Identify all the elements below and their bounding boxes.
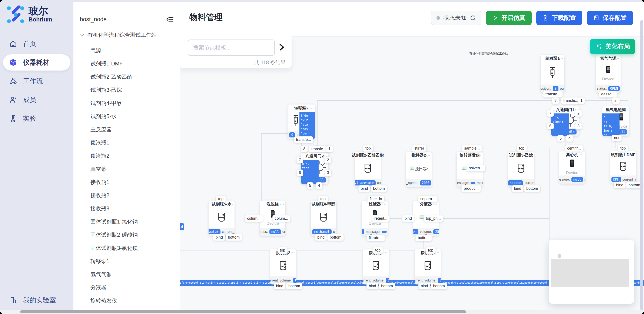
port-label[interactable]: gasso... [599,91,617,98]
tree-item[interactable]: 试剂瓶2-乙酸乙酯 [90,70,178,83]
tree-item[interactable]: 试剂瓶3-己烷 [90,83,178,96]
tree-item[interactable]: 接收瓶1 [90,175,178,189]
node-menu-icon[interactable] [624,109,628,110]
sidebar-item-members[interactable]: 成员 [3,92,70,108]
node-menu-icon[interactable] [280,204,284,205]
port-label[interactable]: bottom [379,283,395,289]
canvas-node-receiver-bottle-2[interactable]: 接收瓶2current_volume:0 [270,249,296,285]
node-menu-icon[interactable] [615,58,619,59]
tree-item[interactable]: 旋转蒸发仪 [90,294,178,307]
node-menu-icon[interactable] [323,156,327,157]
port-label[interactable]: top [373,247,383,254]
canvas-node-stirrer-2[interactable]: 搅拌器2搅拌器2_speed:2000 [406,152,432,187]
port-label[interactable]: 8 [552,97,559,104]
port-label[interactable]: 4 [566,135,573,142]
tree-item[interactable]: 试剂瓶4-甲醇 [90,96,178,110]
horizontal-scrollbar-thumb[interactable] [20,311,466,313]
prop-value-pill[interactable]: 0 [553,86,558,91]
node-menu-icon[interactable] [426,155,430,156]
port-label[interactable]: colum... [245,215,263,222]
port-label[interactable]: 2 [575,110,582,117]
port-label[interactable]: top [318,196,328,202]
tree-item[interactable]: 废液瓶1 [90,136,178,149]
download-config-button[interactable]: 下载配置 [536,11,582,25]
tree-item[interactable]: 真空泵 [90,162,178,175]
canvas-node-receiver-bottle-1[interactable]: 接收瓶1current_volume:0 [363,249,389,285]
port-label[interactable]: centrif... [565,145,583,152]
node-menu-icon[interactable] [477,155,481,156]
port-label[interactable]: transfe... [543,91,563,98]
prop-value-pill[interactable]: wn [362,229,364,234]
prop-value-pill[interactable]: 2000 [420,180,432,185]
sidebar-item-workflow[interactable]: 工作流 [3,73,70,89]
port-label[interactable]: top [216,196,226,202]
canvas-node-reagent-bottle-2-ethyl-acetate[interactable]: 试剂瓶2-乙酸乙酯hyl_acetatecurre [355,152,381,187]
port-label[interactable]: 6 [547,123,554,129]
node-menu-icon[interactable] [382,204,386,205]
tree-item[interactable]: 分液器 [90,281,178,294]
port-label[interactable]: 4 [316,182,322,189]
port-label[interactable]: botto... [416,235,432,241]
node-menu-icon[interactable] [291,252,294,253]
port-label[interactable]: transfe... [561,97,580,104]
port-label[interactable]: 8 [301,146,308,152]
sidebar-item-instruments[interactable]: 仪器耗材 [3,54,70,71]
port-label[interactable]: stirrer [412,145,426,152]
prop-value-pill[interactable]: water [208,229,220,234]
refresh-icon[interactable] [470,15,476,21]
node-menu-icon[interactable] [580,155,584,155]
prop-value-pill[interactable]: OPEN [608,86,620,91]
port-label[interactable]: solven... [466,165,486,171]
port-label[interactable]: 3 [324,169,331,176]
beautify-layout-button[interactable]: 美化布局 [590,39,635,54]
port-label[interactable]: filtrate... [366,235,385,241]
start-simulation-button[interactable]: 开启仿真 [486,11,532,25]
tree-item[interactable]: 接收瓶3 [90,202,178,215]
port-label[interactable]: top_ph... [424,215,443,222]
node-menu-icon[interactable] [310,108,314,109]
canvas-node-reagent-bottle-1-dmf[interactable]: 试剂瓶1-DMFe:DMFcurrent_vol [610,151,636,183]
tree-item[interactable]: 固体试剂瓶1-氯化钠 [90,215,178,228]
prop-value-dash[interactable] [470,182,475,184]
tree-item[interactable]: 主反应器 [90,123,178,136]
canvas-node-transfer-pump-2[interactable]: 转移泵20pump_info:{'de 'vir 'sta 'pos 'cur … [288,105,315,139]
search-input[interactable] [188,39,275,56]
port-label[interactable]: sample... [462,145,482,152]
canvas-node-centrifuge[interactable]: 离心机Devicemessage:nullma [559,151,585,183]
port-label[interactable]: bind [418,283,430,289]
port-label[interactable]: retent... [372,215,390,222]
tree-item[interactable]: 试剂瓶5-水 [90,110,178,123]
port-label[interactable]: top [363,145,373,152]
port-label[interactable]: bind [274,283,286,289]
node-menu-icon[interactable] [229,204,233,205]
port-label[interactable]: top [426,247,436,254]
node-menu-icon[interactable] [433,204,437,205]
port-label[interactable]: transfe... [309,146,328,152]
port-label[interactable]: 7 [296,157,303,163]
canvas-node-reagent-bottle-4-methanol[interactable]: 试剂瓶4-甲醇methanolc [311,200,336,236]
port-label[interactable]: 2 [324,157,331,163]
sidebar-item-my-lab[interactable]: 我的实验室 [3,293,70,308]
node-menu-icon[interactable] [384,252,387,253]
tree-item[interactable]: 转移泵1 [90,255,178,268]
tree-item[interactable]: 气源 [90,44,178,57]
port-label[interactable]: bind [366,283,378,289]
prop-value-pill[interactable]: null [572,177,583,182]
port-label[interactable]: bind [512,185,524,192]
collapse-panel-icon[interactable] [166,15,174,23]
tree-item[interactable]: 废液瓶2 [90,149,178,162]
prop-value-pill[interactable]: hexane [508,180,523,185]
canvas-node-reagent-bottle-3-hexane[interactable]: 试剂瓶3-己烷hexanecurren [508,152,534,187]
port-label[interactable]: filter_in [367,196,384,202]
save-config-button[interactable]: 保存配置 [587,11,633,25]
port-label[interactable]: bottom [226,234,242,241]
canvas-node-eight-way-valve-2[interactable]: 八通阀门2status:nulln'>, tion': ' [301,153,328,184]
port-label[interactable]: 6 [296,169,303,176]
port-label[interactable]: top [618,145,628,152]
port-label[interactable]: 7 [547,110,554,117]
node-menu-icon[interactable] [559,58,563,59]
prop-value-pill[interactable]: hyl_acetate [355,180,376,185]
node-menu-icon[interactable] [436,252,439,253]
tree-item[interactable]: 试剂瓶1-DMF [90,57,178,70]
port-label[interactable]: colum... [272,215,290,222]
